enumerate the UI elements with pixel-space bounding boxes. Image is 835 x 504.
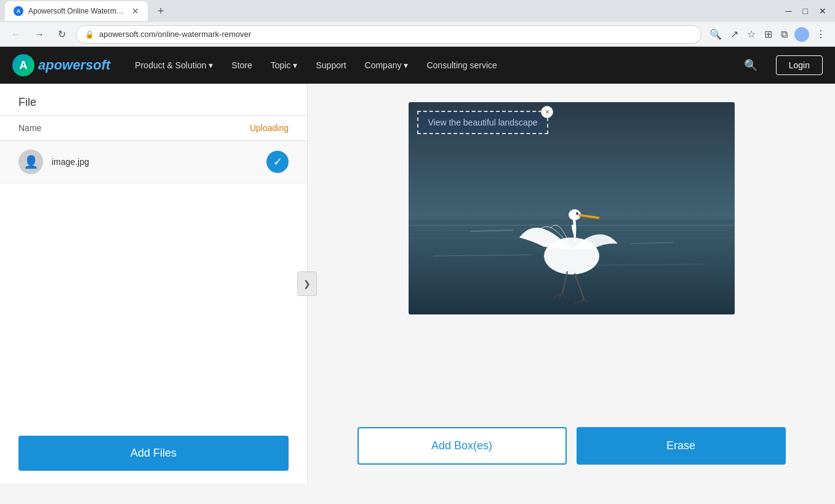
split-button[interactable]: ⧉ [779,27,789,42]
nav-label-topic: Topic [271,60,291,70]
bookmark-button[interactable]: ↗ [729,26,740,42]
zoom-button[interactable]: 🔍 [708,26,724,42]
nav-label-store: Store [231,60,252,70]
nav-item-store[interactable]: Store [231,60,252,70]
panel-title: File [18,96,289,109]
hero-image: View the beautiful landscape × [409,102,735,314]
file-list-item[interactable]: 👤 image.jpg ✓ [0,141,307,183]
toggle-arrow-icon: ❯ [303,279,311,289]
main-nav: A apowersoft Product & Solution ▾ Store … [0,47,835,84]
person-icon: 👤 [23,154,39,169]
tab-close-button[interactable]: ✕ [132,6,139,16]
close-button[interactable]: ✕ [815,5,830,17]
title-bar: A Apowersoft Online Watermark R... ✕ + ─… [0,0,835,22]
refresh-button[interactable]: ↻ [54,27,70,41]
col-uploading-header: Uploading [250,123,289,133]
main-layout: File Name Uploading 👤 image.jpg ✓ Add Fi… [0,84,835,483]
watermark-selection-box[interactable]: View the beautiful landscape × [417,111,549,134]
panel-header: File [0,84,307,116]
profile-icon[interactable] [794,27,809,42]
chevron-down-icon-company: ▾ [404,60,408,70]
lock-icon: 🔒 [85,30,94,39]
tab-title: Apowersoft Online Watermark R... [28,7,127,15]
new-tab-button[interactable]: + [153,2,169,20]
nav-item-topic[interactable]: Topic ▾ [271,60,298,70]
nav-label-company: Company [365,60,402,70]
file-list-header: Name Uploading [0,116,307,141]
nav-label-support: Support [316,60,346,70]
nav-label-consulting: Consulting service [426,60,497,70]
bottom-action-buttons: Add Box(es) Erase [358,415,786,471]
panel-toggle-button[interactable]: ❯ [297,271,317,296]
logo-icon: A [12,54,34,76]
logo-letter: A [20,59,28,72]
right-panel: View the beautiful landscape × Add Box(e… [308,84,835,483]
star-button[interactable]: ☆ [745,26,757,42]
add-boxes-button[interactable]: Add Box(es) [358,427,567,465]
add-files-section: Add Files [0,423,307,483]
nav-item-product-solution[interactable]: Product & Solution ▾ [135,60,213,70]
file-avatar: 👤 [18,150,43,174]
nav-label-product-solution: Product & Solution [135,60,206,70]
left-panel: File Name Uploading 👤 image.jpg ✓ Add Fi… [0,84,308,483]
extensions-button[interactable]: ⊞ [762,26,774,42]
back-button[interactable]: ← [7,28,25,41]
erase-button[interactable]: Erase [577,427,786,465]
file-check-icon: ✓ [266,151,289,173]
logo[interactable]: A apowersoft [12,54,110,76]
file-name: image.jpg [52,157,258,167]
logo-text: apowersoft [38,57,110,73]
nav-item-consulting[interactable]: Consulting service [426,60,497,70]
minimize-button[interactable]: ─ [782,5,796,17]
search-button[interactable]: 🔍 [744,58,757,72]
chevron-down-icon: ▾ [209,60,213,70]
url-bar[interactable]: 🔒 apowersoft.com/online-watermark-remove… [76,25,701,44]
forward-button[interactable]: → [31,28,48,41]
maximize-button[interactable]: □ [799,5,812,17]
login-button[interactable]: Login [776,55,823,75]
window-controls: ─ □ ✕ [782,5,830,17]
image-container: View the beautiful landscape × [409,102,735,314]
menu-button[interactable]: ⋮ [814,26,828,42]
svg-point-8 [576,212,578,215]
nav-item-support[interactable]: Support [316,60,346,70]
address-bar: ← → ↻ 🔒 apowersoft.com/online-watermark-… [0,22,835,47]
toolbar-icons: 🔍 ↗ ☆ ⊞ ⧉ ⋮ [708,26,828,42]
add-files-button[interactable]: Add Files [18,436,289,471]
watermark-text: View the beautiful landscape [428,118,538,127]
nav-item-company[interactable]: Company ▾ [365,60,409,70]
close-icon: × [545,108,549,116]
url-text: apowersoft.com/online-watermark-remover [99,30,692,39]
chevron-down-icon-topic: ▾ [293,60,297,70]
tab-favicon: A [14,6,23,16]
col-name-header: Name [18,123,250,133]
active-tab[interactable]: A Apowersoft Online Watermark R... ✕ [5,1,148,21]
